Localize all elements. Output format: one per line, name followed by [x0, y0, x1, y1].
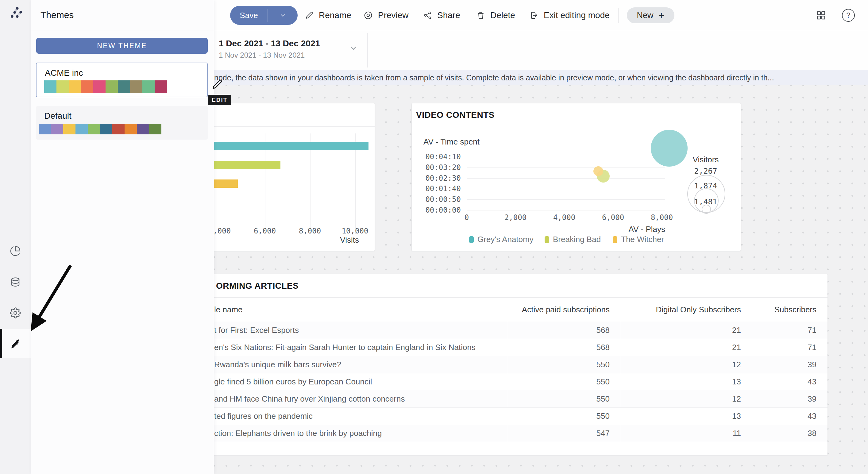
bar-x-tick-label: 8,000: [299, 227, 321, 235]
new-dashboard-button[interactable]: New +: [627, 7, 674, 23]
theme-color-swatch: [137, 124, 149, 134]
grid-icon: [815, 10, 827, 21]
sidebar-item-themes[interactable]: [0, 329, 31, 358]
legend-swatch: [469, 236, 474, 243]
trash-icon: [476, 11, 486, 20]
legend-label: The Witcher: [621, 235, 664, 244]
theme-swatch-row: [39, 124, 161, 134]
preview-eye-icon: [363, 10, 373, 20]
size-legend-circle-small: [702, 204, 711, 214]
apps-grid-button[interactable]: [815, 0, 827, 31]
theme-color-swatch: [57, 81, 69, 93]
app-root: { "toolbar": { "save_label": "Save", "re…: [0, 0, 868, 474]
table-article-name-cell: t for First: Excel Esports: [212, 325, 508, 335]
themes-panel: Themes NEW THEME ACME inc EDIT Default: [31, 0, 214, 474]
theme-card-default[interactable]: Default: [36, 106, 208, 139]
rename-button[interactable]: Rename: [305, 0, 351, 31]
help-button[interactable]: ?: [842, 0, 855, 31]
table-number-cell: 38: [752, 429, 828, 438]
new-theme-button[interactable]: NEW THEME: [36, 38, 208, 54]
table-number-cell: 21: [621, 343, 752, 352]
share-icon: [423, 11, 432, 20]
table-number-cell: 568: [508, 325, 621, 335]
edit-theme-button[interactable]: [211, 78, 223, 91]
bubble-y-axis-line: [467, 150, 467, 210]
table-row: Rwanda's unique milk bars survive?550123…: [212, 356, 828, 373]
top-articles-table-card: ORMING ARTICLES le nameActive paid subsc…: [212, 274, 828, 455]
pencil-icon: [305, 11, 314, 20]
table-number-cell: 43: [752, 377, 828, 386]
toolbar-divider: [618, 8, 619, 23]
table-number-cell: 11: [621, 429, 752, 438]
table-article-name-cell: and HM face China fury over Xinjiang cot…: [212, 394, 508, 404]
bubble-y-tick-label: 00:01:40: [412, 184, 461, 193]
legend-label: Grey's Anatomy: [477, 235, 533, 244]
theme-color-swatch: [155, 81, 167, 93]
preview-button[interactable]: Preview: [363, 0, 409, 31]
table-header-cell: Active paid subscriptions: [508, 305, 621, 314]
sidebar-item-settings[interactable]: [0, 298, 31, 328]
table-article-name-cell: ted figures on the pandemic: [212, 411, 508, 421]
save-button-label[interactable]: Save: [230, 6, 268, 25]
table-article-name-cell: Rwanda's unique milk bars survive?: [212, 360, 508, 369]
preview-label: Preview: [378, 10, 409, 20]
theme-card-acme[interactable]: ACME inc: [36, 63, 208, 97]
bubble-y-tick-label: 00:03:20: [412, 163, 461, 172]
legend-swatch: [613, 236, 617, 243]
theme-color-swatch: [125, 124, 137, 134]
exit-editing-mode-button[interactable]: Exit editing mode: [530, 0, 610, 31]
bar-series-bar: [212, 180, 238, 188]
chevron-down-icon: [279, 11, 287, 19]
bubble-x-tick-label: 4,000: [553, 213, 575, 222]
bubble-x-tick-label: 8,000: [651, 213, 673, 222]
table-number-cell: 39: [752, 360, 828, 369]
theme-color-swatch: [51, 124, 63, 134]
theme-color-swatch: [44, 81, 57, 93]
theme-color-swatch: [105, 81, 118, 93]
table-row: ted figures on the pandemic5501343: [212, 407, 828, 425]
sidebar-item-analytics[interactable]: [0, 236, 31, 266]
save-options-dropdown[interactable]: [268, 6, 298, 25]
table-title: ORMING ARTICLES: [216, 281, 299, 291]
theme-color-swatch: [112, 124, 125, 134]
theme-color-swatch: [143, 81, 155, 93]
table-number-cell: 550: [508, 411, 621, 421]
bubble-gridline: [467, 167, 665, 168]
table-header-row: le nameActive paid subscriptionsDigital …: [212, 297, 828, 322]
delete-button[interactable]: Delete: [476, 0, 515, 31]
save-button[interactable]: Save: [230, 6, 298, 25]
table-number-cell: 568: [508, 343, 621, 352]
share-label: Share: [437, 10, 460, 20]
bubble-y-tick-label: 00:02:30: [412, 174, 461, 183]
app-sidebar: [0, 0, 31, 474]
table-row: ction: Elephants driven to the brink by …: [212, 424, 828, 442]
themes-panel-title: Themes: [40, 10, 74, 20]
table-article-name-cell: ction: Elephants driven to the brink by …: [212, 429, 508, 438]
bubble-y-tick-label: 00:00:00: [412, 206, 461, 215]
sampling-notice-text: node, the data shown in your dashboards …: [214, 73, 774, 82]
table-number-cell: 71: [752, 325, 828, 335]
theme-color-swatch: [100, 124, 112, 134]
table-number-cell: 547: [508, 429, 621, 438]
theme-color-swatch: [88, 124, 100, 134]
new-label: New: [637, 11, 654, 20]
panel-divider: [31, 30, 214, 30]
date-range-selector[interactable]: 1 Dec 2021 - 13 Dec 2021 1 Nov 2021 - 13…: [214, 31, 367, 70]
video-card-title: VIDEO CONTENTS: [416, 110, 495, 120]
card-divider: [212, 126, 375, 127]
table-number-cell: 13: [621, 411, 752, 421]
theme-color-swatch: [130, 81, 143, 93]
bubble-gridline: [467, 189, 665, 189]
share-button[interactable]: Share: [423, 0, 460, 31]
legend-swatch: [545, 236, 549, 243]
legend-label: Breaking Bad: [553, 235, 601, 244]
visits-bar-chart-card: 4,0006,0008,00010,000 Visits: [212, 103, 375, 251]
header-divider: [367, 33, 368, 67]
table-number-cell: 43: [752, 411, 828, 421]
column-separator: [508, 297, 508, 442]
sidebar-item-data[interactable]: [0, 267, 31, 297]
theme-color-swatch: [149, 124, 161, 134]
bubble-gridline: [467, 178, 665, 179]
table-number-cell: 550: [508, 394, 621, 404]
table-number-cell: 550: [508, 360, 621, 369]
